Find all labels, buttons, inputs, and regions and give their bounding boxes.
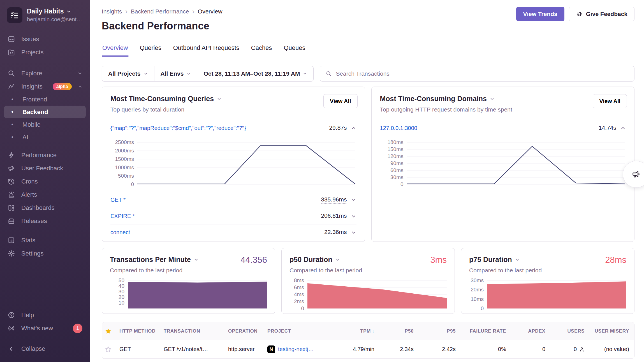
view-all-button[interactable]: View All bbox=[323, 94, 358, 108]
chevron-up-icon[interactable] bbox=[620, 125, 626, 131]
query-link[interactable]: GET * bbox=[110, 197, 126, 203]
star-icon[interactable] bbox=[105, 328, 112, 335]
col-p50[interactable]: P50 bbox=[379, 328, 419, 334]
col-http-method[interactable]: HTTP METHOD bbox=[119, 328, 164, 334]
card-subtitle: Top outgoing HTTP request domains by tim… bbox=[380, 106, 626, 113]
environment-filter[interactable]: All Envs bbox=[154, 66, 197, 81]
sidebar-item-dashboards[interactable]: Dashboards bbox=[0, 201, 90, 214]
col-operation[interactable]: OPERATION bbox=[228, 328, 267, 334]
view-trends-button[interactable]: View Trends bbox=[516, 7, 564, 21]
give-feedback-button[interactable]: Give Feedback bbox=[569, 7, 634, 21]
chevron-down-icon[interactable] bbox=[351, 197, 356, 203]
cell-project-link[interactable]: testing-nextj… bbox=[278, 346, 314, 352]
chevron-left-icon bbox=[7, 345, 15, 352]
breadcrumb-overview: Overview bbox=[198, 8, 223, 15]
sidebar-item-explore[interactable]: Explore bbox=[0, 67, 90, 80]
star-outline-icon[interactable] bbox=[105, 346, 112, 353]
chevron-down-icon[interactable] bbox=[515, 257, 520, 262]
sidebar-item-help[interactable]: Help bbox=[0, 308, 90, 322]
help-icon bbox=[7, 311, 15, 319]
col-tpm[interactable]: TPM↓ bbox=[335, 328, 379, 334]
megaphone-icon bbox=[631, 170, 641, 179]
date-range-filter[interactable]: Oct 28, 11:13 AM–Oct 28, 11:19 AM bbox=[197, 66, 313, 81]
broadcast-icon bbox=[7, 324, 15, 332]
view-trends-label: View Trends bbox=[523, 11, 557, 17]
tab-queues[interactable]: Queues bbox=[283, 41, 306, 56]
sidebar-item-settings[interactable]: Settings bbox=[0, 247, 90, 260]
query-link[interactable]: {"map":"?","mapReduce":"$cmd","out":"?",… bbox=[110, 125, 246, 131]
sidebar: Daily Habits benjamin.coe@sent… Issues P… bbox=[0, 0, 90, 362]
col-p95[interactable]: P95 bbox=[419, 328, 461, 334]
sidebar-item-stats[interactable]: Stats bbox=[0, 234, 90, 247]
sidebar-item-label: Collapse bbox=[21, 345, 45, 352]
sidebar-item-releases[interactable]: Releases bbox=[0, 214, 90, 228]
query-link[interactable]: EXPIRE * bbox=[110, 213, 135, 219]
sidebar-item-performance[interactable]: Performance bbox=[0, 148, 90, 162]
chevron-down-icon[interactable] bbox=[490, 96, 495, 101]
sidebar-item-crons[interactable]: Crons bbox=[0, 175, 90, 188]
chevron-down-icon bbox=[303, 71, 307, 76]
chevron-up-icon[interactable] bbox=[351, 125, 356, 131]
search-input[interactable] bbox=[336, 70, 629, 77]
org-logo-icon bbox=[7, 7, 22, 23]
most-time-consuming-domains-card: Most Time-Consuming Domains Top outgoing… bbox=[371, 87, 635, 242]
bullet-icon: • bbox=[8, 121, 16, 128]
chevron-down-icon[interactable] bbox=[351, 230, 356, 235]
sidebar-item-label: Dashboards bbox=[21, 204, 55, 212]
cell-p50: 2.34s bbox=[379, 346, 419, 352]
breadcrumb-separator: › bbox=[192, 8, 194, 15]
tab-bar: Overview Queries Outbound API Requests C… bbox=[102, 41, 634, 56]
sidebar-item-insights[interactable]: Insights alpha bbox=[0, 80, 90, 93]
clock-icon bbox=[7, 178, 15, 185]
col-apdex[interactable]: APDEX bbox=[511, 328, 550, 334]
filter-bar: All Projects All Envs Oct 28, 11:13 AM–O… bbox=[102, 66, 314, 82]
sidebar-item-label: Projects bbox=[21, 49, 43, 56]
col-failure-rate[interactable]: FAILURE RATE bbox=[461, 328, 511, 334]
sidebar-collapse-button[interactable]: Collapse bbox=[0, 342, 90, 355]
query-link[interactable]: connect bbox=[110, 229, 130, 236]
transaction-search[interactable] bbox=[320, 66, 634, 82]
chevron-down-icon bbox=[77, 71, 82, 76]
sidebar-item-issues[interactable]: Issues bbox=[0, 33, 90, 46]
breadcrumb-backend-performance[interactable]: Backend Performance bbox=[131, 8, 189, 15]
col-transaction[interactable]: TRANSACTION bbox=[164, 328, 228, 334]
chevron-down-icon[interactable] bbox=[335, 257, 340, 262]
chevron-down-icon[interactable] bbox=[217, 96, 222, 101]
sidebar-item-label: Frontend bbox=[22, 96, 47, 103]
cell-transaction-link[interactable]: GET /v1/notes/t… bbox=[164, 346, 228, 352]
chevron-down-icon[interactable] bbox=[351, 214, 356, 219]
sidebar-item-ai[interactable]: • AI bbox=[0, 131, 90, 143]
col-user-misery[interactable]: USER MISERY bbox=[590, 328, 634, 334]
tab-outbound-api-requests[interactable]: Outbound API Requests bbox=[173, 41, 240, 56]
domain-link[interactable]: 127.0.0.1:3000 bbox=[380, 125, 417, 131]
siren-icon bbox=[7, 191, 15, 198]
sidebar-item-whats-new[interactable]: What's new 1 bbox=[0, 322, 90, 335]
alpha-badge: alpha bbox=[53, 83, 72, 90]
sidebar-item-label: Mobile bbox=[22, 121, 41, 128]
sidebar-item-label: Releases bbox=[21, 217, 47, 225]
date-range-label: Oct 28, 11:13 AM–Oct 28, 11:19 AM bbox=[203, 70, 300, 77]
sidebar-item-backend[interactable]: • Backend bbox=[4, 106, 86, 118]
sidebar-item-mobile[interactable]: • Mobile bbox=[0, 118, 90, 131]
chevron-down-icon bbox=[66, 9, 71, 14]
view-all-button[interactable]: View All bbox=[593, 94, 627, 108]
domain-duration: 14.74s bbox=[599, 124, 616, 132]
tab-caches[interactable]: Caches bbox=[251, 41, 273, 56]
sidebar-item-frontend[interactable]: • Frontend bbox=[0, 93, 90, 106]
chevron-down-icon[interactable] bbox=[194, 257, 199, 262]
tab-queries[interactable]: Queries bbox=[139, 41, 162, 56]
sidebar-item-alerts[interactable]: Alerts bbox=[0, 188, 90, 201]
tab-overview[interactable]: Overview bbox=[102, 41, 129, 56]
org-email: benjamin.coe@sent… bbox=[27, 16, 82, 23]
sidebar-item-user-feedback[interactable]: User Feedback bbox=[0, 162, 90, 175]
col-users[interactable]: USERS bbox=[550, 328, 590, 334]
sidebar-item-projects[interactable]: Projects bbox=[0, 46, 90, 59]
breadcrumb-insights[interactable]: Insights bbox=[102, 8, 122, 15]
most-time-consuming-queries-card: Most Time-Consuming Queries Top queries … bbox=[102, 87, 365, 242]
project-filter[interactable]: All Projects bbox=[102, 66, 154, 81]
tpm-value: 44.356 bbox=[240, 255, 267, 265]
col-project[interactable]: PROJECT bbox=[267, 328, 335, 334]
sidebar-item-label: Performance bbox=[21, 152, 57, 159]
chevron-down-icon bbox=[143, 71, 148, 76]
org-switcher[interactable]: Daily Habits benjamin.coe@sent… bbox=[0, 7, 90, 23]
